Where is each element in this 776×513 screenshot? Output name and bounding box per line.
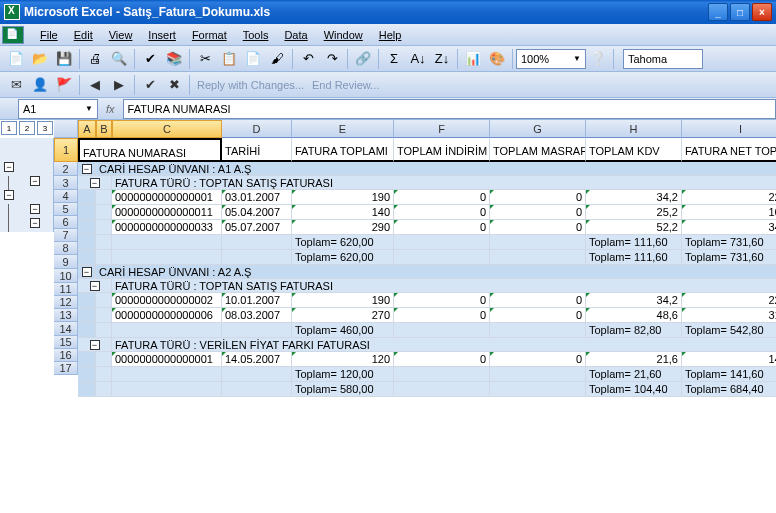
cell[interactable]: 290 xyxy=(292,220,394,235)
column-header-D[interactable]: D xyxy=(222,120,292,138)
workbook-icon[interactable] xyxy=(2,26,24,44)
cell[interactable]: Toplam= 620,00 xyxy=(292,250,394,265)
cell[interactable]: Toplam= 82,80 xyxy=(586,323,682,338)
fx-button[interactable]: fx xyxy=(98,103,123,115)
cell[interactable]: 25,2 xyxy=(586,205,682,220)
cell[interactable] xyxy=(222,250,292,265)
menu-format[interactable]: Format xyxy=(184,27,235,43)
cell[interactable] xyxy=(394,235,490,250)
cell[interactable]: TOPLAM İNDİRİM xyxy=(394,138,490,162)
autosum-button[interactable]: Σ xyxy=(383,48,405,70)
row-header[interactable]: 12 xyxy=(54,296,78,309)
cell[interactable] xyxy=(78,323,96,338)
cell[interactable]: Toplam= 580,00 xyxy=(292,382,394,397)
cell[interactable]: 52,2 xyxy=(586,220,682,235)
row-header[interactable]: 10 xyxy=(54,269,78,283)
cell[interactable]: 48,6 xyxy=(586,308,682,323)
cell[interactable] xyxy=(112,367,222,382)
cell[interactable]: 0 xyxy=(394,220,490,235)
cell[interactable] xyxy=(78,367,96,382)
cell[interactable]: 0 xyxy=(490,293,586,308)
cell[interactable] xyxy=(96,352,112,367)
cell[interactable] xyxy=(96,190,112,205)
cell[interactable]: 0 xyxy=(490,205,586,220)
cell[interactable]: FATURA NET TOPLAMI xyxy=(682,138,776,162)
row-header[interactable]: 8 xyxy=(54,242,78,255)
menu-window[interactable]: Window xyxy=(316,27,371,43)
collapse-button[interactable]: − xyxy=(30,204,40,214)
cell[interactable]: 0 xyxy=(490,220,586,235)
cell[interactable] xyxy=(112,235,222,250)
cell[interactable]: 318,6 xyxy=(682,308,776,323)
new-button[interactable]: 📄 xyxy=(5,48,27,70)
cell[interactable] xyxy=(490,367,586,382)
cell[interactable]: 140 xyxy=(292,205,394,220)
cell[interactable]: 190 xyxy=(292,293,394,308)
cell[interactable]: 0 xyxy=(394,205,490,220)
cell[interactable] xyxy=(394,382,490,397)
undo-button[interactable]: ↶ xyxy=(297,48,319,70)
cell[interactable]: Toplam= 731,60 xyxy=(682,235,776,250)
menu-insert[interactable]: Insert xyxy=(140,27,184,43)
column-header-A[interactable]: A xyxy=(78,120,96,138)
collapse-button[interactable]: − xyxy=(4,190,14,200)
send-mail-button[interactable]: ✉ xyxy=(5,74,27,96)
help-button[interactable]: ❔ xyxy=(587,48,609,70)
row-header[interactable]: 15 xyxy=(54,336,78,349)
cell[interactable]: 14.05.2007 xyxy=(222,352,292,367)
header-cell[interactable]: FATURA NUMARASI xyxy=(78,138,222,162)
spell-button[interactable]: ✔ xyxy=(139,48,161,70)
cell[interactable]: 0 xyxy=(490,352,586,367)
maximize-button[interactable]: □ xyxy=(730,3,750,21)
cell[interactable] xyxy=(96,220,112,235)
group-label[interactable]: CARİ HESAP ÜNVANI : A1 A.Ş xyxy=(96,162,776,176)
cell[interactable] xyxy=(96,308,112,323)
menu-help[interactable]: Help xyxy=(371,27,410,43)
cell[interactable] xyxy=(222,235,292,250)
format-painter-button[interactable]: 🖌 xyxy=(266,48,288,70)
cell[interactable] xyxy=(112,250,222,265)
cell[interactable]: TARİHİ xyxy=(222,138,292,162)
cell[interactable] xyxy=(112,323,222,338)
cell[interactable]: FATURA TOPLAMI xyxy=(292,138,394,162)
collapse-button[interactable]: − xyxy=(30,218,40,228)
row-header[interactable]: 6 xyxy=(54,216,78,229)
row-header[interactable]: 7 xyxy=(54,229,78,242)
reject-button[interactable]: ✖ xyxy=(163,74,185,96)
flag-button[interactable]: 🚩 xyxy=(53,74,75,96)
outline-level-1[interactable]: 1 xyxy=(1,121,17,135)
paste-button[interactable]: 📄 xyxy=(242,48,264,70)
menu-file[interactable]: File xyxy=(32,27,66,43)
cell[interactable]: 224,2 xyxy=(682,293,776,308)
cell[interactable] xyxy=(78,382,96,397)
cell[interactable]: Toplam= 542,80 xyxy=(682,323,776,338)
cell[interactable]: Toplam= 620,00 xyxy=(292,235,394,250)
row-header[interactable]: 9 xyxy=(54,255,78,269)
outline-level-2[interactable]: 2 xyxy=(19,121,35,135)
outline-level-3[interactable]: 3 xyxy=(37,121,53,135)
expand-icon[interactable]: − xyxy=(82,164,92,174)
menu-edit[interactable]: Edit xyxy=(66,27,101,43)
cell[interactable] xyxy=(96,235,112,250)
hyperlink-button[interactable]: 🔗 xyxy=(352,48,374,70)
cell[interactable]: 05.07.2007 xyxy=(222,220,292,235)
menu-data[interactable]: Data xyxy=(276,27,315,43)
cell[interactable]: Toplam= 731,60 xyxy=(682,250,776,265)
cell[interactable] xyxy=(78,250,96,265)
open-button[interactable]: 📂 xyxy=(29,48,51,70)
cell[interactable] xyxy=(96,323,112,338)
group-label[interactable]: FATURA TÜRÜ : TOPTAN SATIŞ FATURASI xyxy=(112,176,776,190)
row-header[interactable]: 3 xyxy=(54,176,78,190)
cell[interactable]: 165,2 xyxy=(682,205,776,220)
group-label[interactable]: FATURA TÜRÜ : TOPTAN SATIŞ FATURASI xyxy=(112,279,776,293)
cell[interactable] xyxy=(96,293,112,308)
cell[interactable]: 21,6 xyxy=(586,352,682,367)
font-box[interactable]: Tahoma xyxy=(623,49,703,69)
sort-asc-button[interactable]: A↓ xyxy=(407,48,429,70)
menu-tools[interactable]: Tools xyxy=(235,27,277,43)
cell[interactable]: 0000000000000011 xyxy=(112,205,222,220)
cell[interactable] xyxy=(394,367,490,382)
column-header-H[interactable]: H xyxy=(586,120,682,138)
column-header-B[interactable]: B xyxy=(96,120,112,138)
cell[interactable]: 08.03.2007 xyxy=(222,308,292,323)
